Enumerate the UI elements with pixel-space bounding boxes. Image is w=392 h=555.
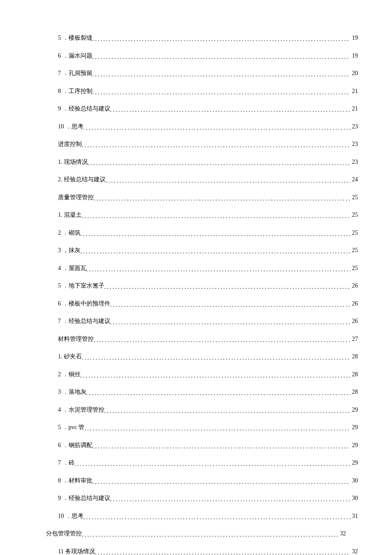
- toc-entry[interactable]: 进度控制 23: [46, 140, 358, 148]
- toc-entry[interactable]: 4 ．屋面瓦 25: [46, 264, 358, 272]
- toc-leader-dots: [81, 248, 351, 255]
- toc-entry[interactable]: 7 ．经验总结与建议26: [46, 317, 358, 325]
- toc-label: 进度控制: [58, 140, 82, 148]
- toc-entry[interactable]: 9 ．经验总结与建议21: [46, 105, 358, 113]
- toc-label: 材料管理管控: [58, 335, 94, 343]
- toc-leader-dots: [88, 160, 350, 167]
- toc-entry[interactable]: 8 ．工序控制21: [46, 87, 358, 95]
- toc-page-number: 31: [350, 513, 358, 520]
- toc-leader-dots: [82, 142, 350, 149]
- toc-leader-dots: [104, 408, 351, 415]
- toc-leader-dots: [106, 177, 350, 184]
- toc-page-number: 23: [350, 159, 358, 166]
- toc-entry[interactable]: 2 ．铜丝28: [46, 371, 358, 378]
- toc-entry[interactable]: 1. 砂夹石 28: [46, 353, 358, 360]
- toc-page-number: 29: [350, 459, 358, 466]
- toc-entry[interactable]: 分包管理管控 32: [46, 530, 346, 538]
- toc-entry[interactable]: 1. 现场情况 23: [46, 158, 358, 166]
- toc-leader-dots: [84, 514, 351, 521]
- toc-page-number: 24: [350, 176, 358, 183]
- toc-leader-dots: [92, 54, 351, 61]
- toc-label: 10 ．思考: [58, 512, 84, 520]
- toc-entry[interactable]: 10 ．思考 31: [46, 512, 358, 520]
- toc-page-number: 29: [350, 424, 358, 431]
- toc-page-number: 26: [350, 318, 358, 325]
- toc-page-number: 23: [350, 123, 358, 130]
- toc-page-number: 29: [350, 442, 358, 449]
- toc-page-number: 27: [350, 336, 358, 343]
- table-of-contents: 5 ．楼板裂缝196 ．漏水问题197 ．孔洞预留208 ．工序控制219 ．经…: [46, 34, 346, 555]
- toc-entry[interactable]: 5 ．pvc 管29: [46, 424, 358, 431]
- document-page: 5 ．楼板裂缝196 ．漏水问题197 ．孔洞预留208 ．工序控制219 ．经…: [0, 0, 392, 555]
- toc-leader-dots: [110, 107, 351, 113]
- toc-page-number: 30: [350, 477, 358, 484]
- toc-leader-dots: [92, 89, 351, 96]
- toc-entry[interactable]: 3 ，抹灰25: [46, 247, 358, 254]
- toc-page-number: 29: [350, 407, 358, 413]
- toc-entry[interactable]: 质量管理管控 25: [46, 194, 358, 201]
- toc-leader-dots: [92, 36, 351, 43]
- toc-label: 11 务现场情况: [58, 548, 95, 555]
- toc-leader-dots: [84, 425, 350, 432]
- toc-page-number: 25: [350, 230, 358, 236]
- toc-entry[interactable]: 8 ．材料审批30: [46, 477, 358, 485]
- toc-entry[interactable]: 9 ．经验总结与建议30: [46, 494, 358, 502]
- toc-entry[interactable]: 6 ．漏水问题19: [46, 52, 358, 60]
- toc-page-number: 21: [350, 88, 358, 95]
- toc-leader-dots: [82, 213, 350, 220]
- toc-label: 6 ．楼板中的预埋件: [58, 300, 110, 308]
- toc-label: 6 ．漏水问题: [58, 52, 92, 60]
- toc-label: 7 ．孔洞预留: [58, 70, 92, 77]
- toc-page-number: 25: [350, 247, 358, 254]
- toc-leader-dots: [95, 549, 350, 555]
- toc-entry[interactable]: 6 ．钢筋调配29: [46, 442, 358, 449]
- toc-page-number: 32: [350, 548, 358, 555]
- toc-entry[interactable]: 10 ．思考 23: [46, 123, 358, 131]
- toc-label: 3 ．落地灰: [58, 388, 86, 396]
- toc-page-number: 25: [350, 265, 358, 272]
- toc-label: 7 ．砖: [58, 459, 75, 467]
- toc-entry[interactable]: 11 务现场情况 32: [46, 548, 358, 555]
- toc-leader-dots: [81, 372, 351, 379]
- toc-leader-dots: [110, 319, 351, 326]
- toc-page-number: 26: [350, 300, 358, 307]
- toc-page-number: 19: [350, 35, 358, 41]
- toc-label: 6 ．钢筋调配: [58, 442, 92, 449]
- toc-entry[interactable]: 1. 混凝土 25: [46, 211, 358, 219]
- toc-leader-dots: [86, 266, 351, 273]
- toc-leader-dots: [86, 390, 351, 397]
- toc-label: 2. 经验总结与建议: [58, 176, 106, 183]
- toc-page-number: 32: [338, 530, 346, 537]
- toc-leader-dots: [94, 337, 350, 344]
- toc-label: 1. 混凝土: [58, 211, 82, 219]
- toc-entry[interactable]: 4 ．水泥管理管控 29: [46, 406, 358, 414]
- toc-page-number: 25: [350, 212, 358, 218]
- toc-entry[interactable]: 3 ．落地灰 28: [46, 388, 358, 396]
- toc-leader-dots: [81, 231, 351, 238]
- toc-label: 9 ．经验总结与建议: [58, 494, 110, 502]
- toc-leader-dots: [82, 532, 338, 538]
- toc-entry[interactable]: 材料管理管控 27: [46, 335, 358, 343]
- toc-entry[interactable]: 6 ．楼板中的预埋件26: [46, 300, 358, 308]
- toc-entry[interactable]: 2 ．砌筑25: [46, 229, 358, 237]
- toc-page-number: 28: [350, 389, 358, 395]
- toc-label: 5 ．pvc 管: [58, 424, 84, 431]
- toc-label: 5 ．楼板裂缝: [58, 34, 92, 42]
- toc-leader-dots: [110, 302, 351, 308]
- toc-entry[interactable]: 5 ．地下室水篦子 26: [46, 282, 358, 290]
- toc-page-number: 26: [350, 282, 358, 289]
- toc-entry[interactable]: 5 ．楼板裂缝19: [46, 34, 358, 42]
- toc-label: 7 ．经验总结与建议: [58, 317, 110, 325]
- toc-entry[interactable]: 7 ．砖29: [46, 459, 358, 467]
- toc-label: 8 ．工序控制: [58, 87, 92, 95]
- toc-leader-dots: [82, 355, 350, 361]
- toc-label: 1. 现场情况: [58, 158, 88, 166]
- toc-page-number: 25: [350, 194, 358, 201]
- toc-leader-dots: [92, 443, 351, 450]
- toc-leader-dots: [92, 479, 351, 485]
- toc-page-number: 28: [350, 353, 358, 360]
- toc-entry[interactable]: 2. 经验总结与建议 24: [46, 176, 358, 183]
- toc-label: 4 ．水泥管理管控: [58, 406, 104, 414]
- toc-leader-dots: [110, 496, 351, 503]
- toc-entry[interactable]: 7 ．孔洞预留20: [46, 70, 358, 77]
